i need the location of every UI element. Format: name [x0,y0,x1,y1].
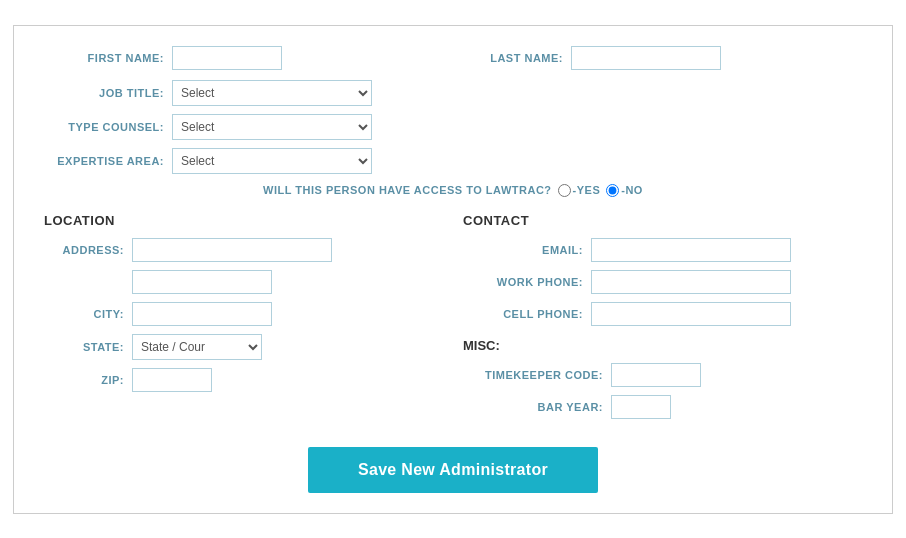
first-name-label: FIRST NAME: [44,52,164,64]
lawtrac-yes-radio[interactable] [558,184,571,197]
misc-title: MISC: [463,338,862,353]
first-name-input[interactable] [172,46,282,70]
address-input-1[interactable] [132,238,332,262]
expertise-area-select[interactable]: Select [172,148,372,174]
address-input-2[interactable] [132,270,272,294]
type-counsel-label: TYPE COUNSEL: [44,121,164,133]
contact-section: CONTACT EMAIL: WORK PHONE: CELL PHONE: M… [463,213,862,427]
job-title-select[interactable]: Select [172,80,372,106]
lawtrac-yes-label[interactable]: -YES [558,184,601,197]
address-label: ADDRESS: [44,244,124,256]
zip-label: ZIP: [44,374,124,386]
contact-title: CONTACT [463,213,862,228]
lawtrac-no-text: -NO [621,184,643,196]
state-label: STATE: [44,341,124,353]
type-counsel-select[interactable]: Select [172,114,372,140]
email-input[interactable] [591,238,791,262]
timekeeper-input[interactable] [611,363,701,387]
lawtrac-no-radio[interactable] [606,184,619,197]
lawtrac-row: WILL THIS PERSON HAVE ACCESS TO LAWTRAC?… [44,184,862,197]
cell-phone-input[interactable] [591,302,791,326]
cell-phone-label: CELL PHONE: [463,308,583,320]
expertise-area-label: EXPERTISE AREA: [44,155,164,167]
bar-year-label: BAR YEAR: [463,401,603,413]
bar-year-input[interactable] [611,395,671,419]
save-new-administrator-button[interactable]: Save New Administrator [308,447,598,493]
last-name-input[interactable] [571,46,721,70]
job-title-label: JOB TITLE: [44,87,164,99]
last-name-label: LAST NAME: [463,52,563,64]
city-label: CITY: [44,308,124,320]
location-section: LOCATION ADDRESS: CITY: STATE: State / C [44,213,443,427]
timekeeper-label: TIMEKEEPER CODE: [463,369,603,381]
zip-input[interactable] [132,368,212,392]
work-phone-label: WORK PHONE: [463,276,583,288]
lawtrac-no-label[interactable]: -NO [606,184,643,197]
city-input[interactable] [132,302,272,326]
save-button-row: Save New Administrator [44,447,862,493]
email-label: EMAIL: [463,244,583,256]
location-title: LOCATION [44,213,443,228]
lawtrac-yes-text: -YES [573,184,601,196]
main-form: FIRST NAME: LAST NAME: JOB TITLE: Select… [13,25,893,514]
state-select[interactable]: State / Cour [132,334,262,360]
lawtrac-question: WILL THIS PERSON HAVE ACCESS TO LAWTRAC? [263,184,552,196]
work-phone-input[interactable] [591,270,791,294]
